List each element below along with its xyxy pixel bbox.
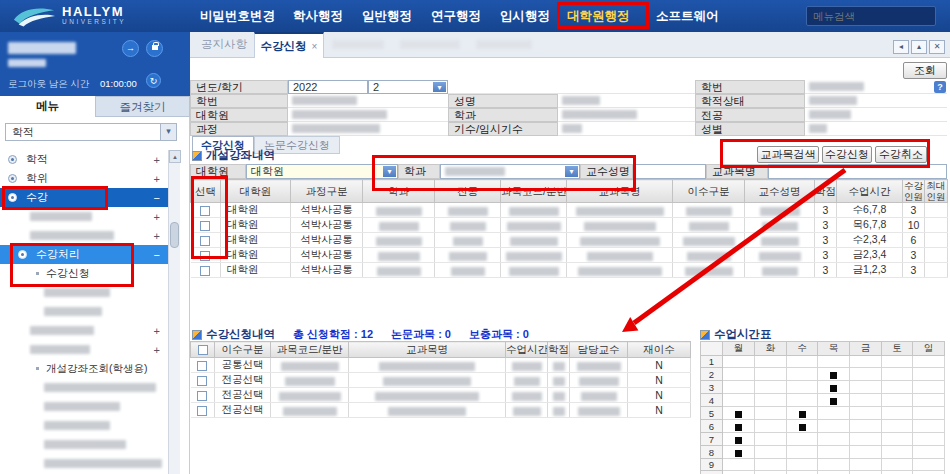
- tree-item-sugang-sincheong[interactable]: 수강신청: [0, 264, 168, 283]
- tree-item-redacted[interactable]: [0, 378, 168, 397]
- logout-icon[interactable]: →: [122, 40, 139, 57]
- timetable-cell: [755, 381, 787, 394]
- sidebar-tab-menu[interactable]: 메뉴: [0, 96, 95, 117]
- scrollbar-thumb[interactable]: [170, 222, 179, 248]
- timetable-day-header: 토: [882, 342, 913, 356]
- row-checkbox[interactable]: [200, 221, 210, 231]
- tab-scroll-left-icon[interactable]: ◂: [893, 40, 909, 54]
- tree-item-sugang[interactable]: 수강−: [0, 188, 168, 207]
- tree-item-sugang-cheori[interactable]: 수강처리−: [0, 245, 168, 264]
- row-checkbox[interactable]: [197, 376, 207, 386]
- menu-search-box[interactable]: [806, 6, 936, 26]
- nav-admission-admin[interactable]: 입시행정: [500, 0, 550, 32]
- tab-redacted[interactable]: [332, 40, 384, 49]
- close-all-tabs-icon[interactable]: ✕: [929, 40, 945, 54]
- tree-item-redacted[interactable]: [0, 454, 168, 473]
- collapse-icon[interactable]: −: [154, 192, 160, 204]
- nav-password-change[interactable]: 비밀번호변경: [200, 0, 275, 32]
- tab-close-icon[interactable]: ×: [312, 41, 318, 52]
- tree-item-redacted[interactable]: [0, 397, 168, 416]
- chevron-down-icon[interactable]: ▾: [383, 166, 396, 177]
- row-checkbox[interactable]: [197, 361, 207, 371]
- nav-general-admin[interactable]: 일반행정: [362, 0, 412, 32]
- tree-item-hakwi[interactable]: 학위+: [0, 169, 168, 188]
- tree-item-redacted[interactable]: [0, 302, 168, 321]
- sidebar-scrollbar[interactable]: ▲: [168, 150, 180, 474]
- expand-icon[interactable]: +: [154, 154, 160, 166]
- row-checkbox[interactable]: [197, 406, 207, 416]
- timetable-period-label: 9: [701, 459, 723, 471]
- row-checkbox[interactable]: [200, 266, 210, 276]
- help-icon[interactable]: ?: [934, 81, 946, 93]
- tree-item-gaeseol-gangjwa[interactable]: 개설강좌조회(학생용): [0, 359, 168, 378]
- term-label: 기수/임시기수: [448, 122, 558, 136]
- course-search-button[interactable]: 교과목검색: [757, 146, 819, 163]
- expand-icon[interactable]: +: [154, 230, 160, 242]
- nav-academic-admin[interactable]: 학사행정: [293, 0, 343, 32]
- year-input[interactable]: 2022: [288, 80, 368, 94]
- tab-scroll-up-icon[interactable]: ▴: [911, 40, 927, 54]
- redacted-text: [562, 124, 582, 133]
- row-checkbox[interactable]: [200, 206, 210, 216]
- menu-category-select[interactable]: 학적 ▾: [5, 123, 177, 141]
- tree-item-hakjeok[interactable]: 학적+: [0, 150, 168, 169]
- tab-redacted[interactable]: [476, 40, 532, 49]
- tab-notice[interactable]: 공지사항: [196, 32, 252, 58]
- class-block: [735, 424, 742, 431]
- menu-search-input[interactable]: [807, 10, 950, 22]
- tree-item-redacted[interactable]: +: [0, 207, 168, 226]
- tree-item-redacted[interactable]: [0, 416, 168, 435]
- section-icon: [192, 330, 202, 340]
- tab-redacted[interactable]: [400, 40, 460, 49]
- timetable-cell: [882, 420, 913, 433]
- row-checkbox[interactable]: [200, 251, 210, 261]
- tab-course-registration[interactable]: 수강신청×: [254, 32, 324, 58]
- timetable-cell: [723, 433, 755, 446]
- redacted-text: [510, 237, 558, 246]
- redacted-text: [761, 237, 799, 246]
- cancel-registration-button[interactable]: 수강취소: [875, 146, 927, 163]
- logout-timer-label: 로그아웃 남은 시간: [8, 78, 89, 89]
- redacted-text: [449, 252, 487, 261]
- timetable-cell: [850, 446, 882, 459]
- filter-dept-select[interactable]: ▾: [440, 164, 580, 179]
- tree-item-redacted[interactable]: +: [0, 226, 168, 245]
- tree-item-redacted[interactable]: +: [0, 340, 168, 359]
- chevron-down-icon[interactable]: ▾: [433, 82, 446, 92]
- expand-icon[interactable]: +: [154, 211, 160, 223]
- semester-select[interactable]: 2▾: [368, 80, 448, 94]
- timetable-cell: [850, 407, 882, 420]
- redacted-text: [683, 237, 735, 246]
- sidebar-tab-favorites[interactable]: 즐겨찾기: [95, 96, 190, 117]
- nav-research-admin[interactable]: 연구행정: [431, 0, 481, 32]
- tree-item-redacted[interactable]: [0, 283, 168, 302]
- filter-grad-select[interactable]: 대학원▾: [246, 164, 398, 179]
- expand-icon[interactable]: +: [154, 344, 160, 356]
- chevron-down-icon[interactable]: ▾: [160, 124, 176, 140]
- nav-graduate-admin[interactable]: 대학원행정: [567, 0, 630, 32]
- register-button[interactable]: 수강신청: [822, 146, 872, 163]
- timetable-cell: [787, 407, 818, 420]
- row-checkbox[interactable]: [197, 391, 207, 401]
- expand-icon[interactable]: +: [154, 325, 160, 337]
- filter-professor-label: 교수성명: [580, 164, 633, 179]
- redacted-text: [377, 267, 421, 276]
- enrolled-courses-title: 수강신청내역 총 신청학점 : 12 논문과목 : 0 보충과목 : 0: [192, 327, 529, 342]
- chevron-down-icon[interactable]: ▾: [565, 166, 578, 177]
- refresh-timer-icon[interactable]: ↻: [146, 73, 161, 88]
- year-semester-label: 년도/학기: [190, 80, 288, 94]
- tree-item-redacted[interactable]: +: [0, 321, 168, 340]
- filter-course-name-input[interactable]: [768, 164, 947, 179]
- scroll-up-icon[interactable]: ▲: [169, 150, 181, 163]
- expand-icon[interactable]: +: [154, 173, 160, 185]
- timetable-period-label: 5: [701, 407, 723, 420]
- nav-software[interactable]: 소프트웨어: [656, 0, 719, 32]
- select-all-checkbox[interactable]: [198, 345, 208, 355]
- filter-professor-input[interactable]: [633, 164, 706, 179]
- row-checkbox[interactable]: [200, 236, 210, 246]
- collapse-icon[interactable]: −: [154, 249, 160, 261]
- query-button[interactable]: 조회: [903, 62, 947, 79]
- lock-icon[interactable]: [146, 40, 163, 57]
- tree-item-redacted[interactable]: [0, 435, 168, 454]
- timetable-cell: [723, 368, 755, 381]
